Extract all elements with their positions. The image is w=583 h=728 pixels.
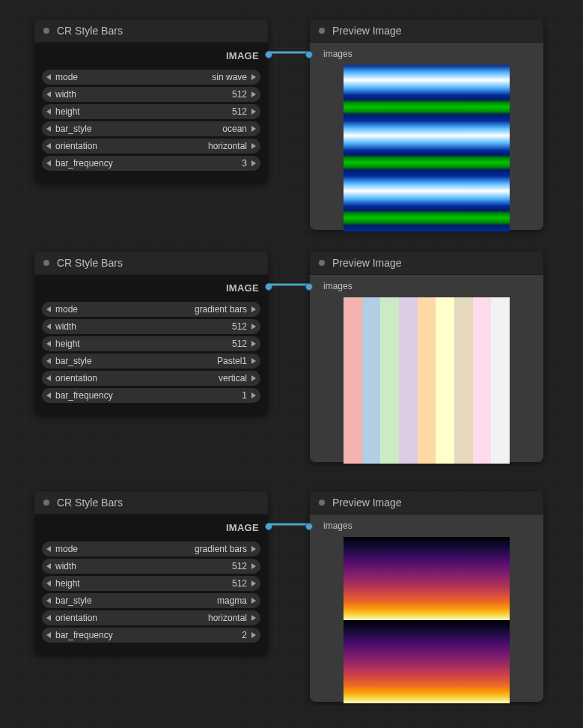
chevron-left-icon[interactable] [46,126,51,132]
node-title: CR Style Bars [57,25,123,37]
input-slot[interactable]: images [317,279,536,296]
chevron-right-icon[interactable] [251,598,256,604]
chevron-right-icon[interactable] [251,109,256,115]
output-slot[interactable]: IMAGE [42,518,260,539]
chevron-left-icon[interactable] [46,375,51,381]
chevron-left-icon[interactable] [46,341,51,347]
chevron-left-icon[interactable] [46,358,51,364]
chevron-left-icon[interactable] [46,160,51,166]
node-header[interactable]: CR Style Bars [34,252,268,275]
param-width[interactable]: width512 [42,87,260,102]
cr-style-bars-node[interactable]: CR Style Bars IMAGE modegradient bars wi… [34,491,268,655]
param-bar-frequency[interactable]: bar_frequency3 [42,156,260,171]
chevron-right-icon[interactable] [251,74,256,80]
output-port-icon[interactable] [265,283,272,291]
chevron-left-icon[interactable] [46,306,51,312]
param-height[interactable]: height512 [42,336,260,351]
chevron-right-icon[interactable] [251,615,256,621]
chevron-right-icon[interactable] [251,358,256,364]
chevron-right-icon[interactable] [251,392,256,398]
node-header[interactable]: CR Style Bars [34,19,268,43]
chevron-right-icon[interactable] [251,375,256,381]
param-width[interactable]: width512 [42,559,260,574]
cr-style-bars-node[interactable]: CR Style Bars IMAGE modegradient bars wi… [34,252,268,416]
node-body: images [310,43,543,230]
chevron-right-icon[interactable] [251,632,256,638]
chevron-left-icon[interactable] [46,546,51,552]
output-port-icon[interactable] [265,523,272,530]
output-port-icon[interactable] [265,51,272,58]
chevron-left-icon[interactable] [46,91,51,97]
chevron-right-icon[interactable] [251,546,256,552]
node-header[interactable]: Preview Image [310,19,543,43]
node-header[interactable]: Preview Image [310,252,543,275]
chevron-right-icon[interactable] [251,580,256,586]
chevron-left-icon[interactable] [46,563,51,569]
param-bar-style[interactable]: bar_stylemagma [42,593,260,608]
param-bar-style[interactable]: bar_stylePastel1 [42,354,260,368]
param-width[interactable]: width512 [42,319,260,334]
node-body: IMAGE modegradient bars width512 height5… [34,515,268,655]
output-label: IMAGE [226,282,259,294]
node-body: IMAGE modesin wave width512 height512 ba… [34,43,268,183]
node-title: Preview Image [332,257,402,269]
node-title: CR Style Bars [57,257,123,269]
param-mode[interactable]: modegradient bars [42,302,260,317]
preview-image-node[interactable]: Preview Image images [310,19,543,230]
preview-image [344,537,510,703]
connection-cable [266,279,311,291]
collapse-dot-icon[interactable] [43,500,49,506]
param-orientation[interactable]: orientationhorizontal [42,610,260,625]
param-orientation[interactable]: orientationhorizontal [42,139,260,154]
output-label: IMAGE [226,522,259,533]
chevron-right-icon[interactable] [251,341,256,347]
preview-image-node[interactable]: Preview Image images [310,491,543,702]
param-bar-frequency[interactable]: bar_frequency2 [42,628,260,643]
collapse-dot-icon[interactable] [319,260,325,266]
node-title: Preview Image [332,25,402,37]
preview-image-node[interactable]: Preview Image images [310,252,543,462]
chevron-right-icon[interactable] [251,143,256,149]
node-title: Preview Image [332,497,402,509]
node-header[interactable]: Preview Image [310,491,543,515]
node-header[interactable]: CR Style Bars [34,491,268,515]
chevron-left-icon[interactable] [46,615,51,621]
connection-cable [266,46,311,58]
chevron-left-icon[interactable] [46,580,51,586]
chevron-left-icon[interactable] [46,632,51,638]
chevron-left-icon[interactable] [46,143,51,149]
chevron-right-icon[interactable] [251,126,256,132]
chevron-right-icon[interactable] [251,563,256,569]
output-label: IMAGE [226,50,259,61]
collapse-dot-icon[interactable] [319,28,325,34]
param-mode[interactable]: modesin wave [42,70,260,85]
cr-style-bars-node[interactable]: CR Style Bars IMAGE modesin wave width51… [34,19,268,183]
chevron-right-icon[interactable] [251,160,256,166]
input-slot[interactable]: images [317,47,536,64]
output-slot[interactable]: IMAGE [42,46,260,67]
param-mode[interactable]: modegradient bars [42,542,260,556]
chevron-right-icon[interactable] [251,306,256,312]
connection-cable [266,518,311,530]
input-port-icon[interactable] [305,283,313,291]
chevron-left-icon[interactable] [46,598,51,604]
input-port-icon[interactable] [305,51,313,58]
chevron-right-icon[interactable] [251,91,256,97]
chevron-left-icon[interactable] [46,74,51,80]
chevron-left-icon[interactable] [46,324,51,330]
collapse-dot-icon[interactable] [43,28,49,34]
param-bar-style[interactable]: bar_styleocean [42,121,260,136]
input-port-icon[interactable] [305,523,313,530]
collapse-dot-icon[interactable] [319,500,325,506]
output-slot[interactable]: IMAGE [42,278,260,300]
collapse-dot-icon[interactable] [43,260,49,266]
node-body: IMAGE modegradient bars width512 height5… [34,275,268,416]
chevron-left-icon[interactable] [46,109,51,115]
param-height[interactable]: height512 [42,104,260,119]
param-height[interactable]: height512 [42,576,260,591]
param-orientation[interactable]: orientationvertical [42,371,260,386]
input-slot[interactable]: images [317,519,536,536]
param-bar-frequency[interactable]: bar_frequency1 [42,388,260,403]
chevron-left-icon[interactable] [46,392,51,398]
chevron-right-icon[interactable] [251,324,256,330]
